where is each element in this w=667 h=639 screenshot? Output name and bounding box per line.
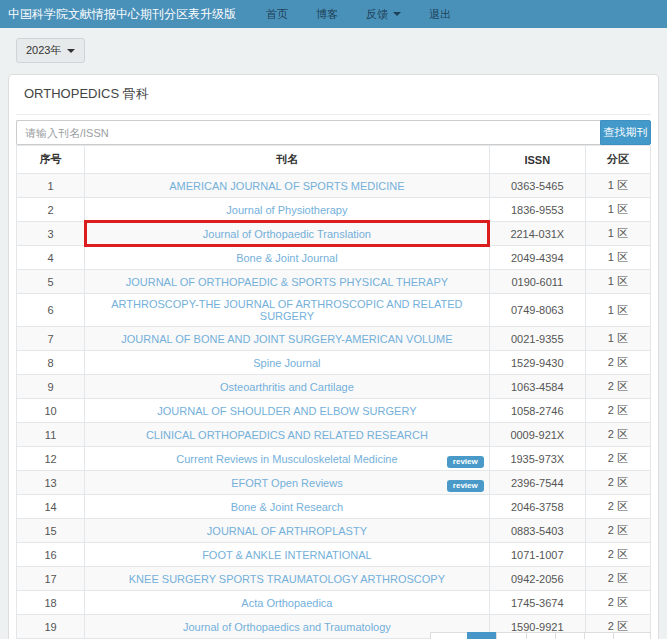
partition-cell: 1 区 [585, 198, 650, 222]
nav-item-退出[interactable]: 退出 [415, 0, 465, 29]
partition-cell: 2 区 [585, 495, 650, 519]
partition-cell: 1 区 [585, 327, 650, 351]
row-index: 3 [17, 222, 85, 246]
year-dropdown-button[interactable]: 2023年 [16, 38, 85, 63]
issn-cell: 1836-9553 [489, 198, 585, 222]
journal-name-cell: Bone & Joint Research [85, 495, 490, 519]
journal-name-cell: JOURNAL OF BONE AND JOINT SURGERY-AMERIC… [85, 327, 490, 351]
journal-name-cell: CLINICAL ORTHOPAEDICS AND RELATED RESEAR… [85, 423, 490, 447]
pagination-item-3[interactable]: 3 [526, 632, 556, 639]
pagination: «12345» [431, 632, 651, 639]
pagination-item-1[interactable]: 1 [467, 632, 497, 639]
issn-cell: 2214-031X [489, 222, 585, 246]
pagination-item-4[interactable]: 4 [555, 632, 585, 639]
partition-cell: 1 区 [585, 222, 650, 246]
journal-link[interactable]: Journal of Physiotherapy [226, 204, 347, 216]
table-row: 15JOURNAL OF ARTHROPLASTY0883-54032 区 [17, 519, 651, 543]
partition-cell: 1 区 [585, 246, 650, 270]
journal-name-cell: Current Reviews in Musculoskeletal Medic… [85, 447, 490, 471]
journal-name-cell: JOURNAL OF ORTHOPAEDIC & SPORTS PHYSICAL… [85, 270, 490, 294]
column-header: 序号 [17, 146, 85, 174]
row-index: 7 [17, 327, 85, 351]
row-index: 5 [17, 270, 85, 294]
journal-name-cell: AMERICAN JOURNAL OF SPORTS MEDICINE [85, 174, 490, 198]
row-index: 8 [17, 351, 85, 375]
pagination-item-2[interactable]: 2 [496, 632, 526, 639]
journal-link[interactable]: Bone & Joint Research [231, 501, 344, 513]
nav-item-反馈[interactable]: 反馈 [352, 0, 415, 29]
journal-link[interactable]: Acta Orthopaedica [241, 597, 332, 609]
journal-name-cell: Spine Journal [85, 351, 490, 375]
journal-name-cell: Journal of Physiotherapy [85, 198, 490, 222]
nav-item-首页[interactable]: 首页 [252, 0, 302, 29]
issn-cell: 1071-1007 [489, 543, 585, 567]
partition-cell: 2 区 [585, 519, 650, 543]
table-row: 8Spine Journal1529-94302 区 [17, 351, 651, 375]
table-row: 5JOURNAL OF ORTHOPAEDIC & SPORTS PHYSICA… [17, 270, 651, 294]
table-row: 14Bone & Joint Research2046-37582 区 [17, 495, 651, 519]
journal-link[interactable]: JOURNAL OF ARTHROPLASTY [207, 525, 367, 537]
journal-link[interactable]: Osteoarthritis and Cartilage [220, 381, 354, 393]
pagination-item-»[interactable]: » [613, 632, 651, 639]
row-index: 1 [17, 174, 85, 198]
issn-cell: 0021-9355 [489, 327, 585, 351]
partition-cell: 1 区 [585, 294, 650, 327]
partition-cell: 2 区 [585, 543, 650, 567]
column-header: ISSN [489, 146, 585, 174]
journal-name-cell: EFORT Open Reviewsreview [85, 471, 490, 495]
search-input[interactable] [16, 120, 600, 145]
journal-link[interactable]: Journal of Orthopaedic Translation [203, 228, 371, 240]
journal-link[interactable]: JOURNAL OF SHOULDER AND ELBOW SURGERY [157, 405, 416, 417]
journal-link[interactable]: ARTHROSCOPY-THE JOURNAL OF ARTHROSCOPIC … [111, 298, 462, 322]
journal-link[interactable]: Journal of Orthopaedics and Traumatology [183, 621, 391, 633]
journal-link[interactable]: CLINICAL ORTHOPAEDICS AND RELATED RESEAR… [146, 429, 428, 441]
row-index: 17 [17, 567, 85, 591]
journal-name-cell: Journal of Orthopaedic Translation [85, 222, 490, 246]
issn-cell: 0942-2056 [489, 567, 585, 591]
search-journal-button[interactable]: 查找期刊 [600, 120, 651, 145]
row-index: 12 [17, 447, 85, 471]
nav-item-label: 反馈 [366, 7, 388, 22]
partition-cell: 1 区 [585, 270, 650, 294]
journal-link[interactable]: FOOT & ANKLE INTERNATIONAL [202, 549, 372, 561]
pagination-item-5[interactable]: 5 [584, 632, 614, 639]
nav-item-博客[interactable]: 博客 [302, 0, 352, 29]
journal-link[interactable]: Spine Journal [253, 357, 320, 369]
journal-link[interactable]: Current Reviews in Musculoskeletal Medic… [176, 453, 397, 465]
journal-link[interactable]: JOURNAL OF BONE AND JOINT SURGERY-AMERIC… [121, 333, 452, 345]
row-index: 11 [17, 423, 85, 447]
row-index: 10 [17, 399, 85, 423]
journal-link[interactable]: KNEE SURGERY SPORTS TRAUMATOLOGY ARTHROS… [129, 573, 445, 585]
journal-name-cell: FOOT & ANKLE INTERNATIONAL [85, 543, 490, 567]
issn-cell: 1058-2746 [489, 399, 585, 423]
journal-link[interactable]: EFORT Open Reviews [231, 477, 342, 489]
table-header-row: 序号刊名ISSN分区 [17, 146, 651, 174]
issn-cell: 2046-3758 [489, 495, 585, 519]
journal-link[interactable]: Bone & Joint Journal [236, 252, 338, 264]
journal-name-cell: Journal of Orthopaedics and Traumatology [85, 615, 490, 639]
journal-name-cell: ARTHROSCOPY-THE JOURNAL OF ARTHROSCOPIC … [85, 294, 490, 327]
partition-cell: 2 区 [585, 591, 650, 615]
site-brand[interactable]: 中国科学院文献情报中心期刊分区表升级版 [8, 6, 236, 23]
partition-cell: 2 区 [585, 375, 650, 399]
partition-cell: 2 区 [585, 567, 650, 591]
pagination-item-«[interactable]: « [430, 632, 468, 639]
table-row: 16FOOT & ANKLE INTERNATIONAL1071-10072 区 [17, 543, 651, 567]
search-bar: 查找期刊 [16, 120, 651, 145]
journal-name-cell: Acta Orthopaedica [85, 591, 490, 615]
journal-link[interactable]: AMERICAN JOURNAL OF SPORTS MEDICINE [169, 180, 404, 192]
row-index: 13 [17, 471, 85, 495]
chevron-down-icon [67, 49, 75, 53]
column-header: 刊名 [85, 146, 490, 174]
category-title: ORTHOPEDICS 骨科 [16, 82, 651, 115]
journal-link[interactable]: JOURNAL OF ORTHOPAEDIC & SPORTS PHYSICAL… [126, 276, 448, 288]
journal-name-cell: Osteoarthritis and Cartilage [85, 375, 490, 399]
nav-item-label: 退出 [429, 7, 451, 22]
partition-cell: 2 区 [585, 447, 650, 471]
issn-cell: 2396-7544 [489, 471, 585, 495]
row-index: 4 [17, 246, 85, 270]
journal-name-cell: KNEE SURGERY SPORTS TRAUMATOLOGY ARTHROS… [85, 567, 490, 591]
row-index: 15 [17, 519, 85, 543]
issn-cell: 0363-5465 [489, 174, 585, 198]
issn-cell: 0190-6011 [489, 270, 585, 294]
